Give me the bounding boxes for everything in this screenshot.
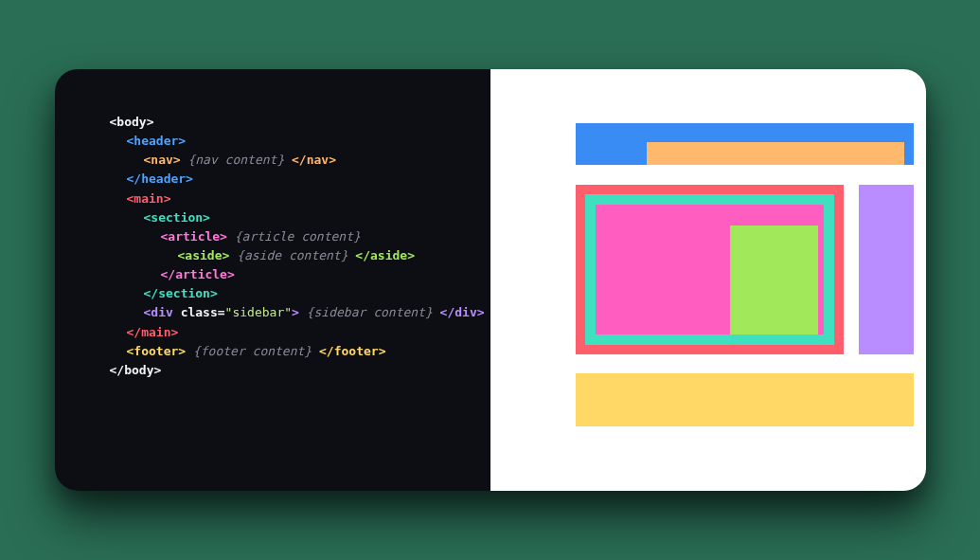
block-footer: [576, 373, 914, 426]
aside-content: {aside content}: [237, 248, 347, 262]
tag-div-close: </div>: [440, 305, 485, 319]
tag-footer-close: </footer>: [319, 344, 385, 358]
tag-aside-close: </aside>: [355, 248, 415, 262]
tag-nav-open: <nav>: [144, 153, 181, 167]
footer-content: {footer content}: [193, 344, 312, 358]
attr-class: class=: [181, 305, 225, 319]
tag-div-open: <div: [144, 305, 173, 319]
tag-aside-open: <aside>: [178, 248, 230, 262]
block-sidebar: [859, 185, 914, 354]
tag-nav-close: </nav>: [292, 153, 336, 167]
tag-footer-open: <footer>: [127, 344, 187, 358]
tag-main-open: <main>: [127, 191, 171, 206]
code-pane: <body> <header> <nav> {nav content} </na…: [55, 69, 490, 491]
tag-header-open: <header>: [127, 134, 187, 148]
nav-content: {nav content}: [187, 153, 284, 167]
attr-class-value: "sidebar": [225, 305, 292, 319]
diagram-card: <body> <header> <nav> {nav content} </na…: [55, 69, 926, 491]
tag-header-close: </header>: [127, 172, 193, 186]
tag-article-open: <article>: [161, 229, 227, 244]
tag-main-close: </main>: [127, 325, 179, 339]
tag-body-open: <body>: [110, 115, 154, 129]
tag-section-open: <section>: [144, 210, 210, 225]
block-aside: [730, 226, 818, 334]
tag-body-close: </body>: [110, 363, 162, 377]
article-content: {article content}: [235, 229, 361, 244]
block-nav: [647, 142, 904, 165]
tag-article-close: </article>: [161, 267, 235, 281]
render-pane: [490, 69, 926, 491]
tag-section-close: </section>: [144, 286, 218, 300]
sidebar-content: {sidebar content}: [307, 305, 433, 319]
tag-div-open-end: >: [292, 305, 299, 319]
